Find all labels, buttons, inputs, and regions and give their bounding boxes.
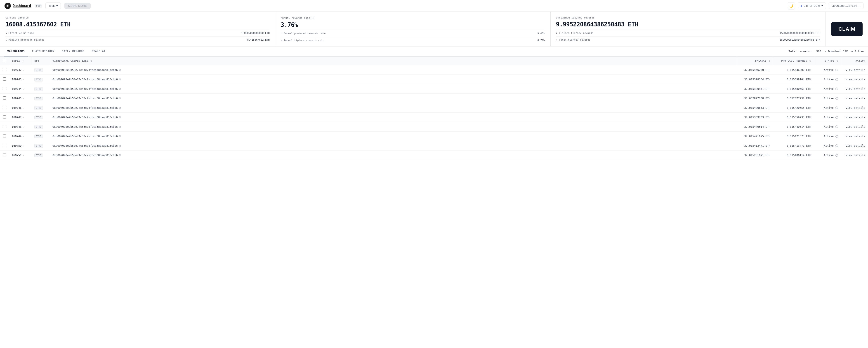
tip-mev-rate-value: 0.71%: [537, 39, 545, 42]
row-checkbox-cell[interactable]: [0, 103, 9, 113]
view-details-link[interactable]: View details: [846, 154, 865, 157]
row-checkbox-cell[interactable]: [0, 113, 9, 122]
claim-button[interactable]: CLAIM: [831, 22, 863, 36]
validator-index: 169746: [12, 106, 22, 109]
status-text: Active: [824, 88, 834, 91]
logo-icon: [4, 3, 11, 9]
more-options-icon: ···: [858, 4, 861, 7]
external-link-icon[interactable]: ↗: [23, 88, 24, 90]
theme-toggle-button[interactable]: 🌙: [788, 2, 795, 9]
view-details-link[interactable]: View details: [846, 88, 865, 91]
copy-icon[interactable]: ⧉: [119, 88, 121, 91]
status-info-icon[interactable]: ⓘ: [835, 126, 838, 128]
select-all-checkbox[interactable]: [3, 59, 6, 62]
status-info-icon[interactable]: ⓘ: [835, 107, 838, 109]
table-row: 169750 ↗ ETH1 0xd007098e9b58e74c33c7bfbc…: [0, 141, 868, 150]
view-details-link[interactable]: View details: [846, 135, 865, 138]
row-rewards-cell: 0.015380351 ETH: [773, 84, 814, 94]
row-checkbox[interactable]: [3, 68, 6, 71]
status-info-icon[interactable]: ⓘ: [835, 78, 838, 81]
status-info-icon[interactable]: ⓘ: [835, 116, 838, 119]
row-checkbox-cell[interactable]: [0, 141, 9, 150]
th-withdrawal[interactable]: WITHDRAWAL CREDENTIALS: [50, 57, 737, 65]
row-checkbox[interactable]: [3, 134, 6, 137]
external-link-icon[interactable]: ↗: [23, 69, 24, 71]
network-label: ETHEREUM: [804, 4, 820, 7]
row-checkbox[interactable]: [3, 125, 6, 128]
row-checkbox[interactable]: [3, 96, 6, 100]
stake-more-button[interactable]: STAKE MORE: [64, 3, 91, 9]
withdrawal-address: 0xd007098e9b58e74c33c7bfbcd38baab813cbb6: [53, 135, 118, 138]
copy-icon[interactable]: ⧉: [119, 97, 121, 100]
status-info-icon[interactable]: ⓘ: [835, 69, 838, 71]
row-checkbox[interactable]: [3, 87, 6, 90]
external-link-icon[interactable]: ↗: [23, 154, 24, 156]
copy-icon[interactable]: ⧉: [119, 154, 121, 157]
view-details-link[interactable]: View details: [846, 68, 865, 72]
protocol-rewards-rate-value: 3.05%: [537, 32, 545, 35]
external-link-icon[interactable]: ↗: [23, 126, 24, 128]
copy-icon[interactable]: ⧉: [119, 116, 121, 119]
view-details-link[interactable]: View details: [846, 97, 865, 100]
external-link-icon[interactable]: ↗: [23, 144, 24, 147]
row-rewards-cell: 0.015421675 ETH: [773, 132, 814, 141]
tools-label: Tools: [49, 4, 55, 7]
view-details-link[interactable]: View details: [846, 116, 865, 119]
network-selector[interactable]: ♦ ETHEREUM ▾: [798, 2, 826, 9]
logo[interactable]: Dashboard: [4, 3, 31, 9]
row-checkbox[interactable]: [3, 153, 6, 156]
row-checkbox[interactable]: [3, 115, 6, 118]
th-nft[interactable]: NFT: [32, 57, 50, 65]
tab-stake-ai[interactable]: STAKE AI: [88, 46, 109, 57]
external-link-icon[interactable]: ↗: [23, 78, 24, 80]
copy-icon[interactable]: ⧉: [119, 144, 121, 147]
row-checkbox-cell[interactable]: [0, 65, 9, 75]
row-checkbox-cell[interactable]: [0, 122, 9, 132]
status-info-icon[interactable]: ⓘ: [835, 88, 838, 90]
th-index[interactable]: INDEX: [9, 57, 32, 65]
copy-icon[interactable]: ⧉: [119, 78, 121, 81]
download-csv-button[interactable]: ↓ Download CSV: [825, 50, 848, 53]
status-info-icon[interactable]: ⓘ: [835, 144, 838, 147]
tab-validators[interactable]: VALIDATORS: [4, 46, 28, 57]
row-checkbox[interactable]: [3, 77, 6, 80]
copy-icon[interactable]: ⧉: [119, 135, 121, 138]
row-checkbox-cell[interactable]: [0, 150, 9, 160]
table-row: 169743 ↗ ETH1 0xd007098e9b58e74c33c7bfbc…: [0, 75, 868, 84]
row-checkbox-cell[interactable]: [0, 132, 9, 141]
wallet-address-button[interactable]: 0x4268ed...3b7124 ···: [829, 2, 864, 9]
view-details-link[interactable]: View details: [846, 125, 865, 129]
copy-icon[interactable]: ⧉: [119, 68, 121, 72]
tab-daily-rewards[interactable]: DAILY REWARDS: [58, 46, 88, 57]
row-balance-cell: 32.015398164 ETH: [737, 75, 773, 84]
tab-claim-history[interactable]: CLAIM HISTORY: [28, 46, 58, 57]
status-info-icon[interactable]: ⓘ: [835, 135, 838, 138]
row-checkbox-cell[interactable]: [0, 84, 9, 94]
th-rewards[interactable]: PROTOCOL REWARDS: [773, 57, 814, 65]
filter-button[interactable]: ≡ Filter: [851, 50, 864, 53]
row-withdrawal-cell: 0xd007098e9b58e74c33c7bfbcd38baab813cbb6…: [50, 150, 737, 160]
row-checkbox-cell[interactable]: [0, 94, 9, 103]
view-details-link[interactable]: View details: [846, 78, 865, 81]
row-checkbox[interactable]: [3, 106, 6, 109]
copy-icon[interactable]: ⧉: [119, 125, 121, 129]
view-details-link[interactable]: View details: [846, 144, 865, 147]
nft-badge: ETH1: [34, 125, 43, 129]
row-checkbox[interactable]: [3, 144, 6, 147]
view-details-link[interactable]: View details: [846, 106, 865, 109]
withdrawal-address: 0xd007098e9b58e74c33c7bfbcd38baab813cbb6: [53, 144, 118, 147]
th-balance[interactable]: BALANCE: [737, 57, 773, 65]
external-link-icon[interactable]: ↗: [23, 97, 24, 100]
th-status[interactable]: STATUS: [814, 57, 841, 65]
table-row: 169742 ↗ ETH1 0xd007098e9b58e74c33c7bfbc…: [0, 65, 868, 75]
row-action-cell: View details: [841, 84, 868, 94]
copy-icon[interactable]: ⧉: [119, 106, 121, 109]
external-link-icon[interactable]: ↗: [23, 116, 24, 118]
status-info-icon[interactable]: ⓘ: [835, 154, 838, 156]
row-checkbox-cell[interactable]: [0, 75, 9, 84]
external-link-icon[interactable]: ↗: [23, 107, 24, 109]
status-info-icon[interactable]: ⓘ: [835, 97, 838, 100]
external-link-icon[interactable]: ↗: [23, 135, 24, 137]
tools-button[interactable]: Tools ▾: [45, 2, 61, 9]
row-rewards-cell: 0.015436200 ETH: [773, 65, 814, 75]
